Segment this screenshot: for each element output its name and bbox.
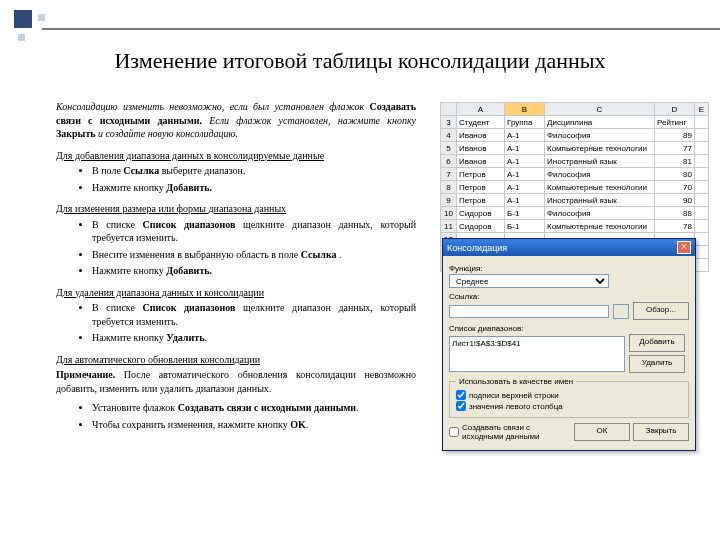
cell[interactable] [695, 155, 709, 168]
add-button[interactable]: Добавить [629, 334, 685, 352]
dialog-titlebar[interactable]: Консолидация X [443, 239, 695, 256]
cell[interactable]: А-1 [505, 194, 545, 207]
row-header[interactable]: 6 [441, 155, 457, 168]
cell[interactable]: 77 [655, 142, 695, 155]
cell[interactable] [695, 194, 709, 207]
list-item: В списке Список диапазонов щелкните диап… [92, 301, 416, 328]
col-header[interactable]: B [505, 103, 545, 116]
cell[interactable]: Иванов [457, 155, 505, 168]
close-icon[interactable]: X [677, 241, 691, 254]
list-item: В поле Ссылка выберите диапазон. [92, 164, 416, 178]
page-title: Изменение итоговой таблицы консолидации … [0, 48, 720, 74]
delete-button[interactable]: Удалить [629, 355, 685, 373]
group-legend: Использовать в качестве имен [456, 377, 576, 386]
cell[interactable] [695, 129, 709, 142]
cell[interactable]: Философия [545, 129, 655, 142]
ref-picker-icon[interactable] [613, 304, 629, 319]
cell[interactable]: Философия [545, 207, 655, 220]
cell[interactable]: 89 [655, 129, 695, 142]
left-col-label: значения левого столбца [469, 402, 563, 411]
cell[interactable]: Иностранный язык [545, 194, 655, 207]
cell[interactable]: А-1 [505, 155, 545, 168]
list-item[interactable]: Лист1!$A$3:$D$41 [452, 339, 622, 348]
cell[interactable]: 80 [655, 168, 695, 181]
list-item: Чтобы сохранить изменения, нажмите кнопк… [92, 418, 416, 432]
row-header[interactable]: 5 [441, 142, 457, 155]
browse-button[interactable]: Обзор... [633, 302, 689, 320]
cell[interactable]: 70 [655, 181, 695, 194]
cell[interactable]: Студент [457, 116, 505, 129]
note-paragraph: Примечание. После автоматического обновл… [56, 368, 416, 395]
cell[interactable]: Иванов [457, 142, 505, 155]
section-delete-range: Для удаления диапазона данных и консолид… [56, 286, 416, 300]
list-item: Нажмите кнопку Добавить. [92, 181, 416, 195]
cell[interactable]: Иностранный язык [545, 155, 655, 168]
cell[interactable]: А-1 [505, 181, 545, 194]
cell[interactable]: Петров [457, 168, 505, 181]
row-header[interactable]: 9 [441, 194, 457, 207]
cell[interactable]: Б-1 [505, 207, 545, 220]
cell[interactable] [695, 246, 709, 259]
col-header[interactable]: A [457, 103, 505, 116]
cell[interactable]: А-1 [505, 142, 545, 155]
ok-button[interactable]: ОК [574, 423, 630, 441]
function-label: Функция: [449, 264, 689, 273]
cell[interactable] [695, 207, 709, 220]
cell[interactable]: 90 [655, 194, 695, 207]
cell[interactable]: Философия [545, 168, 655, 181]
section-auto-update: Для автоматического обновления консолида… [56, 353, 416, 367]
reference-label: Ссылка: [449, 292, 689, 301]
cell[interactable]: Компьютерные технологии [545, 181, 655, 194]
cell[interactable]: Петров [457, 194, 505, 207]
range-list-label: Список диапазонов: [449, 324, 689, 333]
cell[interactable]: Группа [505, 116, 545, 129]
header-rule [42, 28, 720, 30]
cell[interactable]: А-1 [505, 129, 545, 142]
cell[interactable]: Иванов [457, 129, 505, 142]
cell[interactable]: Сидоров [457, 207, 505, 220]
cell[interactable]: Сидоров [457, 220, 505, 233]
row-header[interactable]: 4 [441, 129, 457, 142]
row-header[interactable]: 3 [441, 116, 457, 129]
cell[interactable] [695, 116, 709, 129]
left-col-checkbox[interactable] [456, 401, 466, 411]
cell[interactable]: 78 [655, 220, 695, 233]
cell[interactable]: Б-1 [505, 220, 545, 233]
cell[interactable]: 81 [655, 155, 695, 168]
list-item: Нажмите кнопку Добавить. [92, 264, 416, 278]
cell[interactable]: 88 [655, 207, 695, 220]
close-button[interactable]: Закрыть [633, 423, 689, 441]
cell[interactable]: Рейтинг [655, 116, 695, 129]
cell[interactable] [695, 168, 709, 181]
top-row-label: подписи верхней строки [469, 391, 559, 400]
cell[interactable]: Компьютерные технологии [545, 220, 655, 233]
section-resize-range: Для изменения размера или формы диапазон… [56, 202, 416, 216]
row-header[interactable]: 7 [441, 168, 457, 181]
row-header[interactable]: 8 [441, 181, 457, 194]
list-item: Нажмите кнопку Удалить. [92, 331, 416, 345]
intro-paragraph: Консолидацию изменить невозможно, если б… [56, 100, 416, 141]
create-links-checkbox[interactable] [449, 427, 459, 437]
row-header[interactable]: 11 [441, 220, 457, 233]
top-row-checkbox[interactable] [456, 390, 466, 400]
cell[interactable]: А-1 [505, 168, 545, 181]
col-header[interactable]: C [545, 103, 655, 116]
cell[interactable] [695, 142, 709, 155]
use-names-group: Использовать в качестве имен подписи вер… [449, 377, 689, 418]
cell[interactable] [695, 181, 709, 194]
cell[interactable] [695, 233, 709, 246]
cell[interactable]: Дисциплина [545, 116, 655, 129]
row-header[interactable]: 10 [441, 207, 457, 220]
dialog-title: Консолидация [447, 243, 507, 253]
col-header[interactable]: E [695, 103, 709, 116]
cell[interactable] [695, 220, 709, 233]
function-select[interactable]: Среднее [449, 274, 609, 288]
range-listbox[interactable]: Лист1!$A$3:$D$41 [449, 336, 625, 372]
body-text: Консолидацию изменить невозможно, если б… [56, 100, 416, 437]
col-header[interactable]: D [655, 103, 695, 116]
section-add-range: Для добавления диапазона данных в консол… [56, 149, 416, 163]
cell[interactable]: Петров [457, 181, 505, 194]
reference-input[interactable] [449, 305, 609, 318]
cell[interactable] [695, 259, 709, 272]
cell[interactable]: Компьютерные технологии [545, 142, 655, 155]
